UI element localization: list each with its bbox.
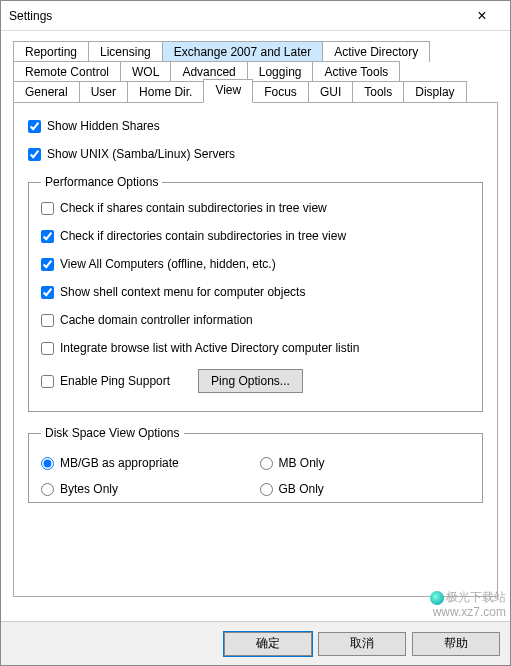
radio-label: GB Only: [279, 482, 324, 496]
checkbox-label: Show Hidden Shares: [47, 119, 160, 133]
radio-label: Bytes Only: [60, 482, 118, 496]
checkbox-input[interactable]: [28, 120, 41, 133]
checkbox-enable-ping[interactable]: Enable Ping Support: [41, 374, 170, 388]
radio-label: MB/GB as appropriate: [60, 456, 179, 470]
checkbox-cache-domain-controller[interactable]: Cache domain controller information: [41, 313, 470, 327]
tab-display[interactable]: Display: [403, 81, 466, 103]
checkbox-integrate-browse-list[interactable]: Integrate browse list with Active Direct…: [41, 341, 470, 355]
close-icon[interactable]: ×: [462, 7, 502, 25]
tab-view[interactable]: View: [203, 79, 253, 103]
checkbox-label: Show shell context menu for computer obj…: [60, 285, 305, 299]
tab-strip: ReportingLicensingExchange 2007 and Late…: [13, 41, 498, 102]
radio-mb-only[interactable]: MB Only: [260, 456, 471, 470]
tab-active-directory[interactable]: Active Directory: [322, 41, 430, 62]
tab-gui[interactable]: GUI: [308, 81, 353, 103]
title-bar: Settings ×: [1, 1, 510, 31]
checkbox-input[interactable]: [41, 258, 54, 271]
checkbox-label: Enable Ping Support: [60, 374, 170, 388]
group-label: Disk Space View Options: [41, 426, 184, 440]
radio-mb-gb-as-appropriate[interactable]: MB/GB as appropriate: [41, 456, 252, 470]
group-disk-space-view-options: Disk Space View Options MB/GB as appropr…: [28, 426, 483, 503]
dialog-button-bar: 确定 取消 帮助: [1, 621, 510, 665]
checkbox-input[interactable]: [41, 230, 54, 243]
tab-active-tools[interactable]: Active Tools: [312, 61, 400, 82]
checkbox-check-shares-subdirs[interactable]: Check if shares contain subdirectories i…: [41, 201, 470, 215]
radio-input[interactable]: [260, 457, 273, 470]
radio-bytes-only[interactable]: Bytes Only: [41, 482, 252, 496]
checkbox-input[interactable]: [41, 342, 54, 355]
checkbox-show-shell-context[interactable]: Show shell context menu for computer obj…: [41, 285, 470, 299]
radio-input[interactable]: [41, 457, 54, 470]
checkbox-label: View All Computers (offline, hidden, etc…: [60, 257, 276, 271]
content-area: ReportingLicensingExchange 2007 and Late…: [1, 31, 510, 597]
radio-gb-only[interactable]: GB Only: [260, 482, 471, 496]
checkbox-input[interactable]: [41, 202, 54, 215]
tab-reporting[interactable]: Reporting: [13, 41, 89, 62]
group-label: Performance Options: [41, 175, 162, 189]
checkbox-label: Cache domain controller information: [60, 313, 253, 327]
checkbox-input[interactable]: [41, 375, 54, 388]
checkbox-view-all-computers[interactable]: View All Computers (offline, hidden, etc…: [41, 257, 470, 271]
radio-input[interactable]: [260, 483, 273, 496]
radio-label: MB Only: [279, 456, 325, 470]
tab-remote-control[interactable]: Remote Control: [13, 61, 121, 82]
cancel-button[interactable]: 取消: [318, 632, 406, 656]
checkbox-label: Check if shares contain subdirectories i…: [60, 201, 327, 215]
tab-user[interactable]: User: [79, 81, 128, 103]
checkbox-show-unix-servers[interactable]: Show UNIX (Samba/Linux) Servers: [28, 147, 483, 161]
tab-panel-view: Show Hidden Shares Show UNIX (Samba/Linu…: [13, 102, 498, 597]
help-button[interactable]: 帮助: [412, 632, 500, 656]
checkbox-label: Check if directories contain subdirector…: [60, 229, 346, 243]
checkbox-input[interactable]: [28, 148, 41, 161]
tab-licensing[interactable]: Licensing: [88, 41, 163, 62]
tab-general[interactable]: General: [13, 81, 80, 103]
checkbox-label: Show UNIX (Samba/Linux) Servers: [47, 147, 235, 161]
tab-exchange-2007-and-later[interactable]: Exchange 2007 and Later: [162, 41, 323, 62]
ping-options-button[interactable]: Ping Options...: [198, 369, 303, 393]
checkbox-input[interactable]: [41, 286, 54, 299]
radio-input[interactable]: [41, 483, 54, 496]
tab-tools[interactable]: Tools: [352, 81, 404, 103]
tab-logging[interactable]: Logging: [247, 61, 314, 82]
tab-wol[interactable]: WOL: [120, 61, 171, 82]
tab-home-dir-[interactable]: Home Dir.: [127, 81, 204, 103]
checkbox-label: Integrate browse list with Active Direct…: [60, 341, 359, 355]
checkbox-check-dirs-subdirs[interactable]: Check if directories contain subdirector…: [41, 229, 470, 243]
ok-button[interactable]: 确定: [224, 632, 312, 656]
watermark-url: www.xz7.com: [430, 605, 506, 619]
checkbox-input[interactable]: [41, 314, 54, 327]
tab-focus[interactable]: Focus: [252, 81, 309, 103]
group-performance-options: Performance Options Check if shares cont…: [28, 175, 483, 412]
checkbox-show-hidden-shares[interactable]: Show Hidden Shares: [28, 119, 483, 133]
window-title: Settings: [9, 9, 462, 23]
